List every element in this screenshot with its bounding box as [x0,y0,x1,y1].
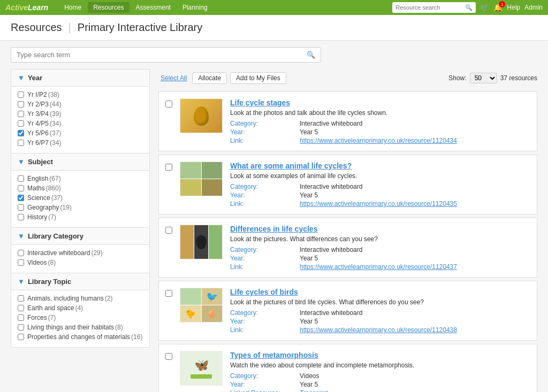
lib-topic-filter-item-1[interactable]: Earth and space (4) [18,303,143,313]
year-filter-header[interactable]: ▼ Year [11,70,149,87]
meta-year-label-4: Year: [230,381,300,388]
lib-topic-filter-item-0[interactable]: Animals, including humans (2) [18,294,143,303]
nav-search-icon: 🔍 [465,4,473,11]
year-filter-item-5[interactable]: Yr 6/P7 (34) [18,138,143,148]
meta-linked-resource-value-4[interactable]: Transcript [300,389,530,392]
meta-link-label-3: Link: [230,326,300,334]
lib-cat-filter-item-1[interactable]: Videos (8) [18,258,143,267]
resource-thumbnail-2 [180,225,223,259]
year-label-3: Yr 4/P5 [27,120,49,127]
year-count-1: (44) [50,101,61,108]
meta-link-value-3[interactable]: https://www.activelearnprimary.co.uk/res… [300,326,530,334]
lib-topic-filter-item-3[interactable]: Living things and their habitats (8) [18,322,143,332]
resource-content-4: Types of metamorphosis Watch the video a… [230,351,530,392]
library-topic-chevron-icon: ▼ [18,278,25,286]
logo[interactable]: ActiveLearn [5,3,48,12]
year-checkbox-3[interactable] [18,120,24,127]
lib-topic-checkbox-3[interactable] [18,324,24,330]
select-all-button[interactable]: Select All [158,73,189,83]
subject-filter-item-2[interactable]: Science (37) [18,193,143,203]
year-filter-item-2[interactable]: Yr 3/P4 (39) [18,109,143,119]
year-filter-item-3[interactable]: Yr 4/P5 (34) [18,119,143,128]
lib-topic-checkbox-1[interactable] [18,305,24,311]
resource-title-4[interactable]: Types of metamorphosis [230,351,530,359]
year-filter-item-4[interactable]: Yr 5/P6 (37) [18,128,143,138]
subject-label-0: English [27,175,48,182]
help-link[interactable]: Help [507,4,520,11]
resource-title-1[interactable]: What are some animal life cycles? [230,162,530,170]
resource-checkbox-1[interactable] [165,164,172,171]
allocate-button[interactable]: Allocate [192,72,227,84]
cart-icon[interactable]: 🛒 [480,3,489,12]
library-topic-filter-header[interactable]: ▼ Library Topic [11,273,149,290]
show-label: Show: [448,74,466,82]
lib-topic-checkbox-4[interactable] [18,334,24,340]
main-search-input[interactable] [17,51,307,59]
meta-category-value-3: Interactive whiteboard [300,309,530,317]
lib-topic-checkbox-0[interactable] [18,295,24,302]
nav-resources[interactable]: Resources [88,2,129,13]
subject-count-1: (860) [46,185,61,192]
meta-category-label-2: Category: [230,246,300,253]
resource-checkbox-2[interactable] [165,227,172,234]
resource-meta-0: Category: Interactive whiteboard Year: Y… [230,120,530,144]
meta-link-value-1[interactable]: https://www.activelearnprimary.co.uk/res… [300,200,530,207]
lib-cat-checkbox-1[interactable] [18,259,24,266]
subject-checkbox-1[interactable] [18,185,24,191]
subject-filter-item-3[interactable]: Geography (19) [18,203,143,212]
year-checkbox-1[interactable] [18,101,24,107]
resource-thumbnail-4: 🦋 [180,351,223,386]
meta-link-label-0: Link: [230,137,300,144]
resource-title-2[interactable]: Differences in life cycles [230,225,530,233]
bell-icon[interactable]: 🔔 1 [493,3,503,12]
year-filter-item-1[interactable]: Yr 2/P3 (44) [18,99,143,109]
year-checkbox-0[interactable] [18,91,24,98]
lib-cat-checkbox-0[interactable] [18,250,24,256]
admin-link[interactable]: Admin [524,4,543,11]
year-filter-item-0[interactable]: Yr I/P2 (38) [18,90,143,99]
breadcrumb[interactable]: Resources [11,21,62,34]
lib-cat-filter-item-0[interactable]: Interactive whiteboard (29) [18,248,143,258]
subject-filter-header[interactable]: ▼ Subject [11,153,149,171]
year-checkbox-5[interactable] [18,140,24,146]
year-checkbox-2[interactable] [18,111,24,117]
library-category-filter-header[interactable]: ▼ Library Category [11,228,149,245]
resource-checkbox-0[interactable] [165,101,172,107]
nav-search-input[interactable] [395,4,465,11]
add-to-my-files-button[interactable]: Add to My Files [230,72,286,84]
show-count-select[interactable]: 50 25 100 [470,73,497,83]
subject-label-3: Geography [27,204,59,211]
subject-checkbox-3[interactable] [18,204,24,211]
subject-checkbox-2[interactable] [18,195,24,201]
subject-count-3: (19) [60,204,71,211]
meta-category-value-2: Interactive whiteboard [300,246,530,253]
resource-checkbox-4[interactable] [165,353,172,360]
subject-count-2: (37) [51,194,63,202]
resource-title-3[interactable]: Life cycles of birds [230,288,530,296]
nav-search-box[interactable]: 🔍 [392,2,476,13]
nav-right: 🔍 🛒 🔔 1 Help Admin [392,2,543,13]
resource-title-0[interactable]: Life cycle stages [230,98,530,107]
year-checkbox-4[interactable] [18,130,24,136]
subject-checkbox-4[interactable] [18,214,24,220]
notification-badge: 1 [499,1,505,7]
resource-checkbox-3[interactable] [165,290,172,297]
lib-topic-filter-item-4[interactable]: Properties and changes of materials (16) [18,332,143,342]
lib-topic-filter-item-2[interactable]: Forces (7) [18,313,143,322]
main-search-box[interactable]: 🔍 [11,47,321,63]
lib-cat-count-1: (8) [48,259,56,266]
nav-assessment[interactable]: Assessment [131,2,176,13]
subject-label-1: Maths [27,185,45,192]
subject-filter-item-0[interactable]: English (67) [18,174,143,183]
meta-link-value-0[interactable]: https://www.activelearnprimary.co.uk/res… [300,137,530,144]
subject-filter-item-4[interactable]: History (7) [18,212,143,222]
subject-chevron-icon: ▼ [18,158,25,166]
nav-planning[interactable]: Planning [177,2,213,13]
subject-checkbox-0[interactable] [18,175,24,182]
subject-filter-item-1[interactable]: Maths (860) [18,183,143,193]
resource-desc-0: Look at the photos and talk about the li… [230,109,530,117]
lib-topic-checkbox-2[interactable] [18,314,24,321]
meta-year-label-2: Year: [230,255,300,262]
nav-home[interactable]: Home [59,2,87,13]
meta-link-value-2[interactable]: https://www.activelearnprimary.co.uk/res… [300,263,530,271]
